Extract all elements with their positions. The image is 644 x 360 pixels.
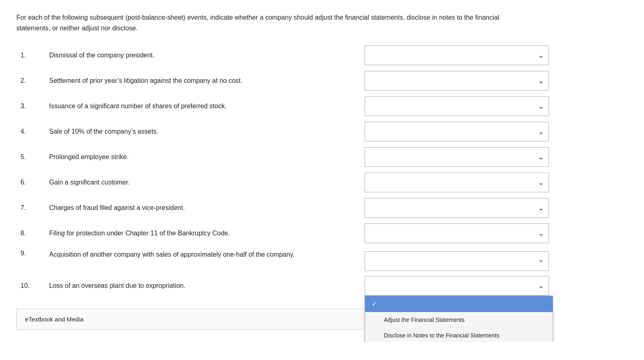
- checkmark-placeholder-adjust: [372, 316, 380, 324]
- question-row-9: 9. Acquisition of another company with s…: [16, 248, 549, 271]
- dropdown-wrapper-2: Adjust the Financial Statements Disclose…: [365, 71, 549, 91]
- dropdown-option-adjust-label-10: Adjust the Financial Statements: [384, 317, 465, 323]
- question-text-7: Charges of fraud filed against a vice-pr…: [49, 203, 365, 213]
- question-number-9: 9.: [16, 248, 49, 257]
- dropdown-4[interactable]: Adjust the Financial Statements Disclose…: [365, 122, 549, 141]
- question-row-8: 8. Filing for protection under Chapter 1…: [16, 223, 549, 244]
- checkmark-icon: ✓: [372, 300, 380, 308]
- footer-text: eTextbook and Media: [25, 316, 84, 323]
- question-number-3: 3.: [16, 103, 49, 110]
- dropdown-2[interactable]: Adjust the Financial Statements Disclose…: [365, 71, 549, 91]
- question-number-5: 5.: [16, 153, 49, 161]
- question-row-6: 6. Gain a significant customer. Adjust t…: [16, 172, 549, 193]
- question-number-2: 2.: [16, 77, 49, 84]
- dropdown-3[interactable]: Adjust the Financial Statements Disclose…: [365, 96, 549, 116]
- dropdown-1[interactable]: Adjust the Financial Statements Disclose…: [365, 46, 549, 65]
- question-row-4: 4. Sale of 10% of the company’s assets. …: [16, 121, 549, 142]
- question-row-1: 1. Dismissal of the company president. A…: [16, 45, 549, 66]
- question-number-8: 8.: [16, 230, 49, 237]
- question-number-6: 6.: [16, 179, 49, 186]
- dropdown-wrapper-7: Adjust the Financial Statements Disclose…: [365, 198, 549, 218]
- dropdown-option-adjust-10[interactable]: Adjust the Financial Statements: [365, 312, 553, 328]
- question-text-5: Prolonged employee strike.: [49, 152, 365, 162]
- dropdown-8[interactable]: Adjust the Financial Statements Disclose…: [365, 223, 549, 243]
- dropdown-wrapper-8: Adjust the Financial Statements Disclose…: [365, 223, 549, 243]
- dropdown-wrapper-3: Adjust the Financial Statements Disclose…: [365, 96, 549, 116]
- question-text-6: Gain a significant customer.: [49, 178, 365, 187]
- questions-container: 1. Dismissal of the company president. A…: [16, 45, 549, 296]
- question-text-4: Sale of 10% of the company’s assets.: [49, 127, 365, 137]
- question-row-3: 3. Issuance of a significant number of s…: [16, 96, 549, 117]
- dropdown-9[interactable]: Adjust the Financial Statements Disclose…: [365, 251, 549, 271]
- question-number-7: 7.: [16, 204, 49, 212]
- intro-text: For each of the following subsequent (po…: [16, 12, 508, 33]
- question-text-9: Acquisition of another company with sale…: [49, 248, 365, 260]
- dropdown-open-wrapper-10: Adjust the Financial Statements Disclose…: [365, 276, 549, 296]
- question-text-3: Issuance of a significant number of shar…: [49, 101, 365, 111]
- dropdown-menu-10: ✓ Adjust the Financial Statements Disclo…: [365, 296, 553, 342]
- question-text-2: Settlement of prior year’s litigation ag…: [49, 76, 365, 86]
- checkmark-placeholder-disclose: [372, 332, 380, 339]
- question-text-1: Dismissal of the company president.: [49, 50, 365, 60]
- question-number-1: 1.: [16, 52, 49, 59]
- dropdown-wrapper-9: Adjust the Financial Statements Disclose…: [365, 248, 549, 271]
- question-number-4: 4.: [16, 128, 49, 135]
- dropdown-5[interactable]: Adjust the Financial Statements Disclose…: [365, 147, 549, 167]
- dropdown-7[interactable]: Adjust the Financial Statements Disclose…: [365, 198, 549, 218]
- dropdown-option-disclose-10[interactable]: Disclose in Notes to the Financial State…: [365, 328, 553, 342]
- question-text-10: Loss of an overseas plant due to expropr…: [49, 281, 365, 291]
- dropdown-wrapper-1: Adjust the Financial Statements Disclose…: [365, 46, 549, 65]
- question-row-7: 7. Charges of fraud filed against a vice…: [16, 197, 549, 219]
- dropdown-option-empty-10[interactable]: ✓: [365, 296, 553, 312]
- dropdown-10[interactable]: Adjust the Financial Statements Disclose…: [365, 276, 549, 296]
- dropdown-wrapper-6: Adjust the Financial Statements Disclose…: [365, 173, 549, 192]
- question-row-5: 5. Prolonged employee strike. Adjust the…: [16, 146, 549, 168]
- dropdown-wrapper-4: Adjust the Financial Statements Disclose…: [365, 122, 549, 141]
- question-number-10: 10.: [16, 282, 49, 289]
- dropdown-option-disclose-label-10: Disclose in Notes to the Financial State…: [384, 332, 499, 339]
- dropdown-6[interactable]: Adjust the Financial Statements Disclose…: [365, 173, 549, 192]
- question-row-2: 2. Settlement of prior year’s litigation…: [16, 70, 549, 91]
- dropdown-wrapper-5: Adjust the Financial Statements Disclose…: [365, 147, 549, 167]
- question-text-8: Filing for protection under Chapter 11 o…: [49, 228, 365, 238]
- question-row-10: 10. Loss of an overseas plant due to exp…: [16, 275, 549, 296]
